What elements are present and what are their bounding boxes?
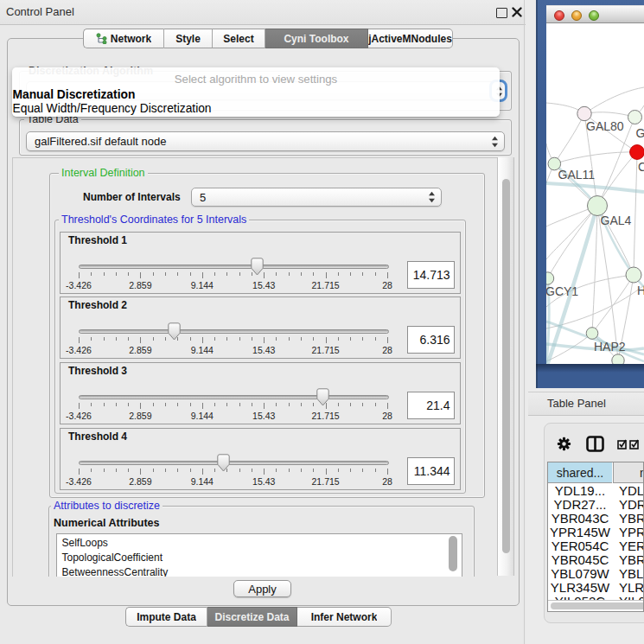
table-cell-name[interactable]: YBR043C [619, 512, 644, 526]
table-cell-shared-name[interactable]: YER054C [548, 539, 612, 553]
attribute-list-item[interactable]: TopologicalCoefficient [57, 551, 462, 565]
slider-tick [264, 337, 265, 343]
slider-tick-label: 9.144 [191, 476, 214, 487]
table-cell-shared-name[interactable]: YDL19... [548, 484, 612, 498]
threshold-label: Threshold 3 [68, 365, 127, 377]
slider-tick-label: 28 [382, 476, 392, 487]
threshold-label: Threshold 2 [68, 299, 127, 311]
slider-tick [313, 272, 314, 276]
network-node[interactable] [628, 111, 642, 124]
slider-thumb[interactable] [217, 454, 230, 472]
threshold-value-field[interactable]: 21.4 [407, 392, 455, 419]
slider-tick [375, 272, 376, 276]
dropdown-option[interactable]: Manual Discretization [13, 88, 136, 101]
slider-tick [362, 403, 363, 406]
gear-icon[interactable] [557, 437, 571, 451]
slider-tick [165, 337, 166, 341]
panel-divider [524, 0, 525, 644]
attribute-list-item[interactable]: BetweennessCentrality [57, 565, 462, 577]
slider-thumb[interactable] [316, 388, 329, 406]
slider-tick [276, 403, 277, 406]
slider-track[interactable] [79, 265, 389, 269]
slider-tick [128, 469, 129, 472]
dropdown-prompt: Select algorithm to view settings [12, 73, 500, 86]
network-node[interactable] [626, 267, 641, 283]
table-cell-shared-name[interactable]: YBR043C [548, 512, 612, 526]
network-node[interactable] [546, 272, 554, 284]
slider-tick [202, 337, 203, 343]
table-cell-name[interactable]: YER054C [619, 539, 644, 553]
slider-track[interactable] [79, 461, 389, 465]
tab-network[interactable]: Network [83, 29, 164, 48]
tab-discretize-data[interactable]: Discretize Data [207, 607, 297, 627]
attribute-list-item[interactable]: SelfLoops [57, 536, 462, 551]
network-edge [584, 112, 635, 118]
close-icon[interactable] [512, 7, 522, 17]
table-cell-name[interactable]: YDL19... [619, 484, 644, 498]
table-hscrollbar-thumb[interactable] [551, 603, 644, 609]
slider-tick-label: 28 [382, 345, 392, 355]
table-cell-shared-name[interactable]: YBL079W [548, 567, 612, 581]
slider-track[interactable] [79, 395, 389, 399]
settings-vertical-scrollbar[interactable] [497, 157, 514, 576]
float-window-icon[interactable] [496, 8, 507, 18]
slider-thumb[interactable] [168, 322, 181, 341]
checkbox-checked-icon[interactable] [629, 439, 640, 450]
slider-tick [153, 272, 154, 276]
node-attribute-table: shared...name YDL19...YDL19...YDR27...YD… [547, 462, 644, 612]
tab-impute-data[interactable]: Impute Data [125, 607, 207, 627]
table-data-combobox[interactable]: galFiltered.sif default node [26, 131, 505, 151]
close-traffic-light-icon[interactable] [554, 10, 564, 21]
network-view-canvas[interactable]: GAL80GACGAL11GAL4GCY1HHAP2 [546, 23, 644, 364]
threshold-value-field[interactable]: 6.316 [407, 326, 455, 354]
slider-track[interactable] [79, 329, 389, 334]
network-node[interactable] [630, 145, 644, 160]
slider-tick [153, 337, 154, 341]
threshold-value-field[interactable]: 14.713 [407, 261, 455, 289]
tab-label: Style [175, 33, 201, 45]
slider-tick [301, 469, 302, 472]
table-column-header[interactable]: shared... [548, 462, 612, 483]
list-scrollbar-thumb[interactable] [449, 536, 457, 571]
tab-select[interactable]: Select [213, 29, 265, 48]
network-node-label: GA [636, 126, 644, 140]
network-node[interactable] [612, 354, 624, 364]
network-node[interactable] [586, 328, 598, 340]
table-column-header[interactable]: name [613, 462, 644, 483]
tab-jactivemnodules[interactable]: jActiveMNodules [368, 29, 453, 48]
slider-tick [91, 272, 92, 276]
table-cell-name[interactable]: YLR345W [619, 581, 644, 595]
slider-tick [264, 469, 265, 475]
dropdown-option[interactable]: Equal Width/Frequency Discretization [13, 102, 212, 115]
tab-cyni-toolbox[interactable]: Cyni Toolbox [265, 29, 368, 48]
tab-infer-network[interactable]: Infer Network [297, 607, 392, 627]
table-cell-name[interactable]: YBL079W [619, 567, 644, 581]
table-horizontal-scrollbar[interactable] [548, 600, 643, 611]
settings-scrollbar-thumb[interactable] [502, 179, 510, 553]
slider-tick-label: 21.715 [312, 345, 340, 355]
slider-tick [116, 403, 117, 406]
table-cell-name[interactable]: YPR145W [619, 526, 644, 539]
network-window-bottom-border [536, 364, 644, 373]
table-cell-shared-name[interactable]: YLR345W [548, 581, 612, 595]
apply-button[interactable]: Apply [233, 580, 291, 597]
zoom-traffic-light-icon[interactable] [589, 10, 599, 21]
tab-label: Infer Network [311, 611, 378, 623]
minimize-traffic-light-icon[interactable] [571, 10, 582, 21]
tab-style[interactable]: Style [164, 29, 213, 48]
table-cell-shared-name[interactable]: YDR27... [548, 498, 612, 512]
checkbox-checked-icon[interactable] [617, 439, 628, 450]
threshold-label: Threshold 4 [68, 430, 127, 443]
slider-thumb[interactable] [251, 258, 264, 276]
combo-arrows-icon [428, 191, 436, 203]
split-columns-icon[interactable] [586, 436, 604, 452]
table-cell-shared-name[interactable]: YBR045C [548, 553, 612, 567]
table-cell-name[interactable]: YDR27... [619, 498, 644, 512]
table-cell-name[interactable]: YBR045C [619, 553, 644, 567]
number-of-intervals-combobox[interactable]: 5 [191, 188, 442, 207]
slider-tick [226, 403, 227, 406]
table-cell-shared-name[interactable]: YPR145W [548, 526, 612, 539]
numerical-attributes-list[interactable]: SelfLoopsTopologicalCoefficientBetweenne… [56, 533, 462, 577]
network-window-titlebar [546, 5, 644, 23]
threshold-value-field[interactable]: 11.344 [407, 457, 455, 485]
